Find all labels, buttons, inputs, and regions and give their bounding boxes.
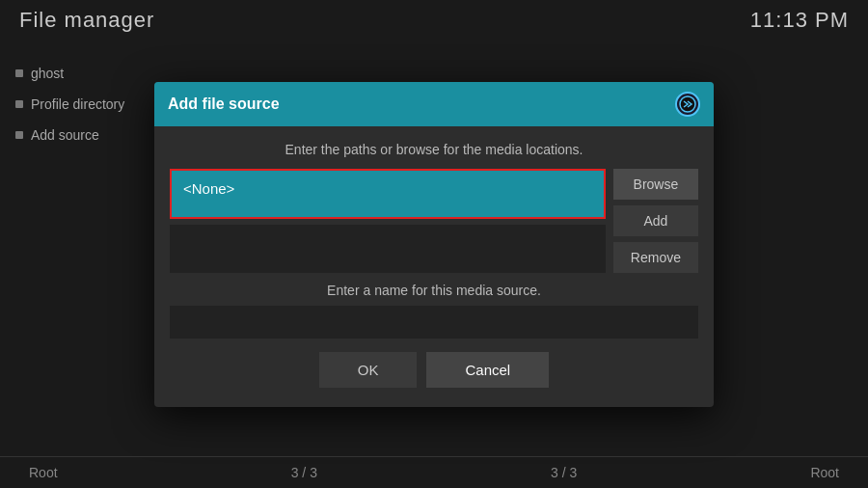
dialog-footer: OK Cancel bbox=[170, 352, 698, 392]
add-file-source-dialog: Add file source Enter the paths or brows… bbox=[154, 82, 714, 407]
bottom-center-left: 3 / 3 bbox=[291, 465, 317, 480]
bottom-right: Root bbox=[810, 465, 839, 480]
path-input[interactable]: <None> bbox=[170, 169, 606, 219]
name-instruction: Enter a name for this media source. bbox=[170, 283, 698, 298]
cancel-button[interactable]: Cancel bbox=[426, 352, 549, 388]
bottom-left: Root bbox=[29, 465, 58, 480]
bottom-bar: Root 3 / 3 3 / 3 Root bbox=[0, 456, 868, 488]
dialog-title: Add file source bbox=[168, 95, 280, 113]
kodi-logo-icon bbox=[675, 92, 700, 117]
name-input[interactable] bbox=[170, 306, 698, 339]
add-button[interactable]: Add bbox=[613, 205, 698, 236]
dialog-header: Add file source bbox=[154, 82, 714, 126]
path-list bbox=[170, 225, 606, 273]
dialog-body: Enter the paths or browse for the media … bbox=[154, 126, 714, 407]
browse-button[interactable]: Browse bbox=[613, 169, 698, 200]
ok-button[interactable]: OK bbox=[319, 352, 418, 388]
side-buttons: Browse Add Remove bbox=[613, 169, 698, 273]
remove-button[interactable]: Remove bbox=[613, 242, 698, 273]
modal-overlay: Add file source Enter the paths or brows… bbox=[0, 0, 868, 488]
dialog-instruction: Enter the paths or browse for the media … bbox=[170, 142, 698, 157]
bottom-center-right: 3 / 3 bbox=[551, 465, 577, 480]
path-section: <None> Browse Add Remove bbox=[170, 169, 698, 273]
path-value: <None> bbox=[183, 180, 234, 197]
